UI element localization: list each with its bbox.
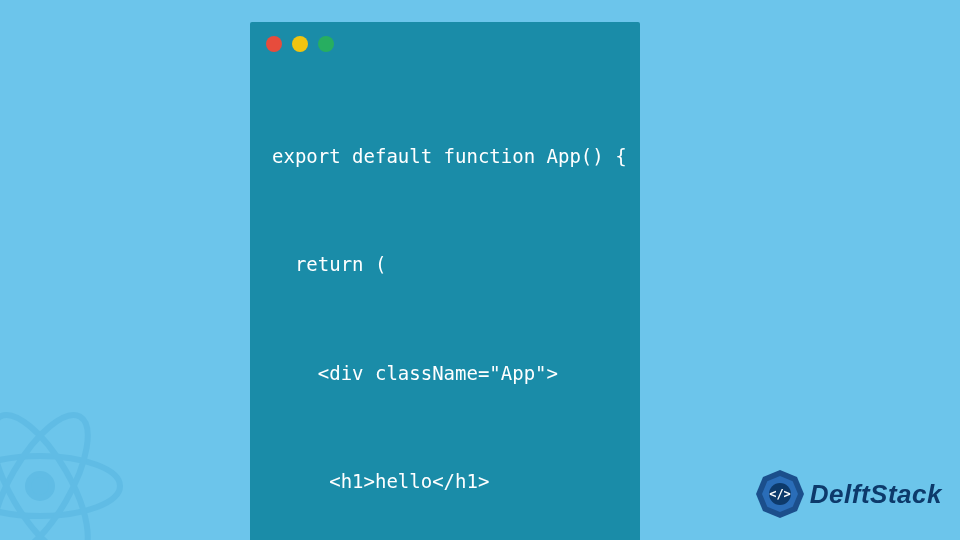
brand-logo: </> DelftStack: [754, 468, 942, 520]
delftstack-logo-icon: </>: [754, 468, 806, 520]
window-title-bar: [250, 22, 640, 60]
react-atom-decoration: [0, 386, 140, 540]
maximize-icon[interactable]: [318, 36, 334, 52]
svg-text:</>: </>: [769, 487, 791, 501]
close-icon[interactable]: [266, 36, 282, 52]
svg-point-3: [28, 474, 52, 498]
minimize-icon[interactable]: [292, 36, 308, 52]
code-line: export default function App() {: [272, 138, 618, 174]
code-block: export default function App() { return (…: [250, 60, 640, 540]
svg-point-2: [0, 402, 106, 540]
code-line: <div className="App">: [272, 355, 618, 391]
code-window: export default function App() { return (…: [250, 22, 640, 540]
code-line: return (: [272, 246, 618, 282]
brand-name: DelftStack: [810, 479, 942, 510]
code-line: <h1>hello</h1>: [272, 463, 618, 499]
